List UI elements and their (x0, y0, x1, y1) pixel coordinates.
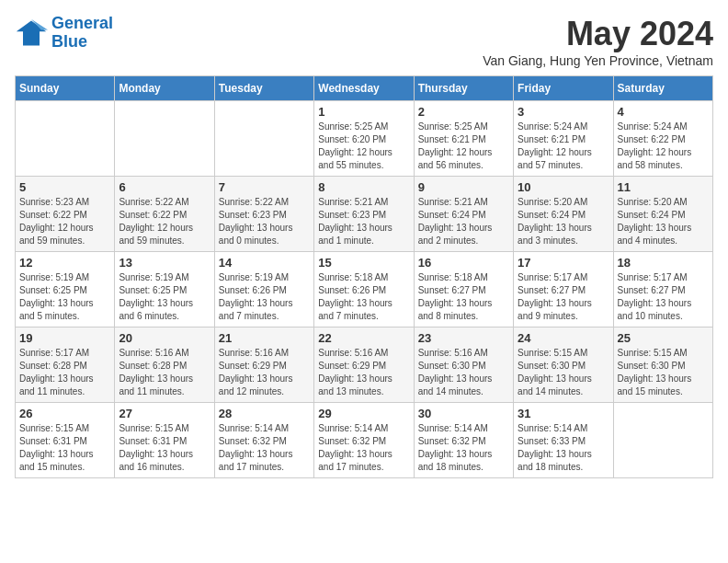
calendar-cell (16, 101, 115, 177)
day-info: Sunrise: 5:22 AM Sunset: 6:22 PM Dayligh… (119, 196, 210, 247)
calendar-cell (214, 101, 313, 177)
weekday-header-row: SundayMondayTuesdayWednesdayThursdayFrid… (16, 76, 713, 101)
calendar-week-row: 19Sunrise: 5:17 AM Sunset: 6:28 PM Dayli… (16, 327, 713, 403)
calendar-cell: 16Sunrise: 5:18 AM Sunset: 6:27 PM Dayli… (414, 252, 513, 327)
calendar-cell: 28Sunrise: 5:14 AM Sunset: 6:32 PM Dayli… (214, 403, 313, 478)
calendar-week-row: 5Sunrise: 5:23 AM Sunset: 6:22 PM Daylig… (16, 177, 713, 252)
calendar-cell: 17Sunrise: 5:17 AM Sunset: 6:27 PM Dayli… (514, 252, 613, 327)
calendar-cell: 18Sunrise: 5:17 AM Sunset: 6:27 PM Dayli… (613, 252, 712, 327)
day-info: Sunrise: 5:16 AM Sunset: 6:29 PM Dayligh… (219, 347, 310, 398)
weekday-header: Friday (514, 76, 613, 101)
day-info: Sunrise: 5:14 AM Sunset: 6:32 PM Dayligh… (219, 422, 310, 474)
day-number: 30 (418, 407, 509, 420)
day-info: Sunrise: 5:25 AM Sunset: 6:21 PM Dayligh… (418, 121, 509, 172)
day-number: 23 (418, 331, 509, 345)
day-info: Sunrise: 5:21 AM Sunset: 6:24 PM Dayligh… (418, 196, 509, 247)
calendar-cell: 26Sunrise: 5:15 AM Sunset: 6:31 PM Dayli… (16, 403, 115, 478)
calendar-cell: 25Sunrise: 5:15 AM Sunset: 6:30 PM Dayli… (613, 327, 712, 403)
day-number: 7 (219, 180, 310, 194)
day-info: Sunrise: 5:14 AM Sunset: 6:33 PM Dayligh… (518, 422, 609, 474)
calendar-cell: 24Sunrise: 5:15 AM Sunset: 6:30 PM Dayli… (514, 327, 613, 403)
logo: General Blue (15, 15, 113, 52)
day-info: Sunrise: 5:15 AM Sunset: 6:31 PM Dayligh… (19, 422, 110, 474)
calendar-table: SundayMondayTuesdayWednesdayThursdayFrid… (15, 75, 713, 478)
calendar-cell: 14Sunrise: 5:19 AM Sunset: 6:26 PM Dayli… (214, 252, 313, 327)
page-header: General Blue May 2024 Van Giang, Hung Ye… (15, 15, 713, 68)
day-info: Sunrise: 5:22 AM Sunset: 6:23 PM Dayligh… (219, 196, 310, 247)
calendar-cell: 21Sunrise: 5:16 AM Sunset: 6:29 PM Dayli… (214, 327, 313, 403)
weekday-header: Monday (115, 76, 214, 101)
day-info: Sunrise: 5:18 AM Sunset: 6:27 PM Dayligh… (418, 271, 509, 323)
day-number: 8 (318, 180, 409, 194)
calendar-cell: 31Sunrise: 5:14 AM Sunset: 6:33 PM Dayli… (514, 403, 613, 478)
day-number: 25 (618, 331, 709, 345)
day-number: 31 (518, 407, 609, 420)
calendar-cell: 5Sunrise: 5:23 AM Sunset: 6:22 PM Daylig… (16, 177, 115, 252)
day-info: Sunrise: 5:16 AM Sunset: 6:28 PM Dayligh… (119, 347, 210, 398)
day-info: Sunrise: 5:17 AM Sunset: 6:27 PM Dayligh… (618, 271, 709, 323)
calendar-cell: 19Sunrise: 5:17 AM Sunset: 6:28 PM Dayli… (16, 327, 115, 403)
logo-text: General Blue (51, 15, 113, 52)
day-number: 9 (418, 180, 509, 194)
calendar-cell: 9Sunrise: 5:21 AM Sunset: 6:24 PM Daylig… (414, 177, 513, 252)
logo-icon (15, 17, 48, 50)
logo-line1: General (51, 14, 113, 32)
day-number: 14 (219, 256, 310, 270)
day-number: 18 (618, 256, 709, 270)
day-info: Sunrise: 5:20 AM Sunset: 6:24 PM Dayligh… (618, 196, 709, 247)
day-number: 13 (119, 256, 210, 270)
day-number: 5 (19, 180, 110, 194)
day-info: Sunrise: 5:17 AM Sunset: 6:28 PM Dayligh… (19, 347, 110, 398)
day-number: 28 (219, 407, 310, 420)
weekday-header: Thursday (414, 76, 513, 101)
day-number: 12 (19, 256, 110, 270)
day-info: Sunrise: 5:14 AM Sunset: 6:32 PM Dayligh… (318, 422, 409, 474)
calendar-cell: 6Sunrise: 5:22 AM Sunset: 6:22 PM Daylig… (115, 177, 214, 252)
title-area: May 2024 Van Giang, Hung Yen Province, V… (483, 15, 713, 68)
day-number: 24 (518, 331, 609, 345)
calendar-cell: 29Sunrise: 5:14 AM Sunset: 6:32 PM Dayli… (314, 403, 414, 478)
day-number: 21 (219, 331, 310, 345)
day-info: Sunrise: 5:15 AM Sunset: 6:30 PM Dayligh… (518, 347, 609, 398)
day-info: Sunrise: 5:15 AM Sunset: 6:31 PM Dayligh… (119, 422, 210, 474)
day-info: Sunrise: 5:19 AM Sunset: 6:26 PM Dayligh… (219, 271, 310, 323)
day-number: 17 (518, 256, 609, 270)
day-info: Sunrise: 5:18 AM Sunset: 6:26 PM Dayligh… (318, 271, 409, 323)
day-number: 16 (418, 256, 509, 270)
day-number: 19 (19, 331, 110, 345)
calendar-cell: 12Sunrise: 5:19 AM Sunset: 6:25 PM Dayli… (16, 252, 115, 327)
calendar-cell (115, 101, 214, 177)
calendar-cell: 3Sunrise: 5:24 AM Sunset: 6:21 PM Daylig… (514, 101, 613, 177)
svg-marker-0 (17, 20, 46, 45)
day-info: Sunrise: 5:20 AM Sunset: 6:24 PM Dayligh… (518, 196, 609, 247)
weekday-header: Saturday (613, 76, 712, 101)
day-number: 1 (318, 105, 409, 119)
day-info: Sunrise: 5:19 AM Sunset: 6:25 PM Dayligh… (19, 271, 110, 323)
calendar-week-row: 1Sunrise: 5:25 AM Sunset: 6:20 PM Daylig… (16, 101, 713, 177)
location-subtitle: Van Giang, Hung Yen Province, Vietnam (483, 53, 713, 68)
calendar-cell: 27Sunrise: 5:15 AM Sunset: 6:31 PM Dayli… (115, 403, 214, 478)
day-info: Sunrise: 5:16 AM Sunset: 6:30 PM Dayligh… (418, 347, 509, 398)
day-info: Sunrise: 5:15 AM Sunset: 6:30 PM Dayligh… (618, 347, 709, 398)
calendar-week-row: 26Sunrise: 5:15 AM Sunset: 6:31 PM Dayli… (16, 403, 713, 478)
day-number: 4 (618, 105, 709, 119)
day-number: 20 (119, 331, 210, 345)
day-number: 11 (618, 180, 709, 194)
day-number: 22 (318, 331, 409, 345)
calendar-cell: 13Sunrise: 5:19 AM Sunset: 6:25 PM Dayli… (115, 252, 214, 327)
calendar-cell: 8Sunrise: 5:21 AM Sunset: 6:23 PM Daylig… (314, 177, 414, 252)
calendar-cell: 22Sunrise: 5:16 AM Sunset: 6:29 PM Dayli… (314, 327, 414, 403)
calendar-cell: 10Sunrise: 5:20 AM Sunset: 6:24 PM Dayli… (514, 177, 613, 252)
weekday-header: Wednesday (314, 76, 414, 101)
day-number: 6 (119, 180, 210, 194)
day-number: 3 (518, 105, 609, 119)
logo-line2: Blue (51, 32, 87, 51)
day-number: 2 (418, 105, 509, 119)
weekday-header: Tuesday (214, 76, 313, 101)
calendar-cell: 23Sunrise: 5:16 AM Sunset: 6:30 PM Dayli… (414, 327, 513, 403)
calendar-cell: 20Sunrise: 5:16 AM Sunset: 6:28 PM Dayli… (115, 327, 214, 403)
calendar-cell: 2Sunrise: 5:25 AM Sunset: 6:21 PM Daylig… (414, 101, 513, 177)
calendar-week-row: 12Sunrise: 5:19 AM Sunset: 6:25 PM Dayli… (16, 252, 713, 327)
day-info: Sunrise: 5:16 AM Sunset: 6:29 PM Dayligh… (318, 347, 409, 398)
day-info: Sunrise: 5:25 AM Sunset: 6:20 PM Dayligh… (318, 121, 409, 172)
